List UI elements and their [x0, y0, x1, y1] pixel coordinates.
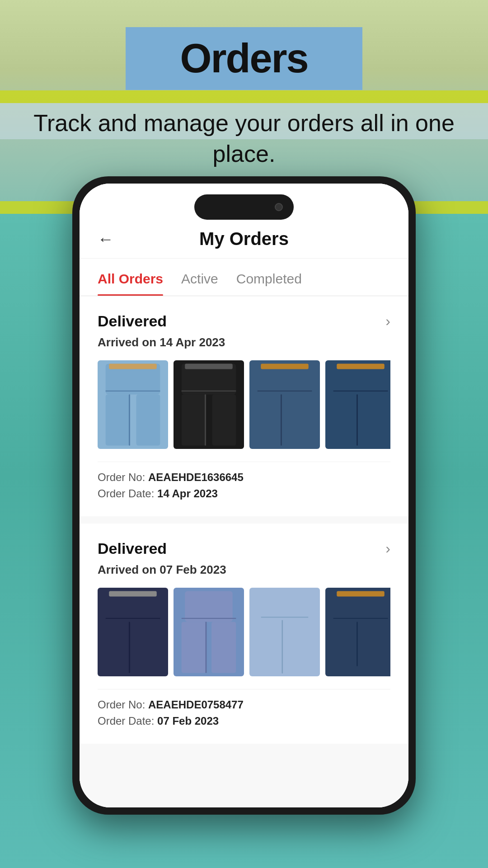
svg-rect-7 [182, 394, 206, 445]
tabs-container: All Orders Active Completed [80, 259, 408, 296]
product-image-2-2 [174, 588, 244, 676]
product-image-1-3 [249, 360, 320, 449]
phone-inner: ← My Orders All Orders Active Completed … [80, 184, 408, 807]
order-status-2: Delivered [98, 540, 167, 557]
screen-title: My Orders [199, 229, 289, 249]
product-image-2-1 [98, 588, 168, 676]
phone-screen: ← My Orders All Orders Active Completed … [80, 184, 408, 807]
back-button[interactable]: ← [98, 230, 114, 249]
svg-rect-26 [136, 622, 160, 673]
svg-rect-16 [261, 364, 309, 369]
order-images-1 [98, 360, 390, 449]
product-image-1-1 [98, 360, 168, 449]
order-card-1: Delivered › Arrived on 14 Apr 2023 [80, 296, 408, 516]
svg-rect-42 [337, 591, 385, 597]
page-subtitle: Track and manage your orders all in one … [0, 108, 488, 169]
camera-dot [275, 203, 283, 211]
svg-rect-13 [258, 394, 282, 445]
product-image-2-3 [249, 588, 320, 676]
svg-rect-25 [106, 622, 130, 673]
svg-rect-20 [364, 394, 388, 445]
svg-rect-8 [212, 394, 236, 445]
svg-rect-32 [211, 622, 236, 673]
phone-mockup: ← My Orders All Orders Active Completed … [72, 176, 416, 815]
product-image-1-2 [174, 360, 244, 449]
svg-rect-4 [109, 364, 157, 369]
order-date-2: Order Date: 07 Feb 2023 [98, 715, 390, 727]
order-meta-1: Order No: AEAEHDE1636645 Order Date: 14 … [98, 462, 390, 500]
tab-active[interactable]: Active [181, 259, 218, 296]
svg-rect-31 [182, 622, 206, 673]
orders-list: Delivered › Arrived on 14 Apr 2023 [80, 296, 408, 807]
product-image-2-4 [325, 588, 390, 676]
dynamic-island [194, 194, 294, 220]
svg-rect-2 [136, 394, 160, 445]
tab-completed[interactable]: Completed [236, 259, 302, 296]
phone-outer: ← My Orders All Orders Active Completed … [72, 176, 416, 815]
orders-title-box: Orders [126, 27, 362, 90]
order-header-2[interactable]: Delivered › [98, 540, 390, 557]
header-area: Orders Track and manage your orders all … [0, 27, 488, 169]
order-date-1: Order Date: 14 Apr 2023 [98, 487, 390, 500]
order-arrived-date-2: Arrived on 07 Feb 2023 [98, 563, 390, 577]
svg-rect-22 [337, 364, 385, 369]
svg-rect-19 [333, 394, 357, 445]
order-header-1[interactable]: Delivered › [98, 312, 390, 330]
order-images-2 [98, 588, 390, 676]
chevron-right-icon-1: › [385, 313, 390, 330]
svg-rect-35 [267, 591, 302, 620]
svg-rect-28 [109, 591, 157, 597]
order-meta-2: Order No: AEAEHDE0758477 Order Date: 07 … [98, 689, 390, 727]
tab-all-orders[interactable]: All Orders [98, 259, 163, 296]
chevron-right-icon-2: › [385, 540, 390, 557]
product-image-1-4 [325, 360, 390, 449]
svg-rect-10 [185, 364, 233, 369]
svg-rect-14 [288, 394, 312, 445]
svg-rect-30 [185, 591, 233, 622]
page-title: Orders [180, 35, 308, 82]
order-arrived-date-1: Arrived on 14 Apr 2023 [98, 335, 390, 349]
order-status-1: Delivered [98, 312, 167, 330]
svg-rect-1 [106, 394, 130, 445]
svg-rect-40 [364, 622, 388, 666]
order-number-2: Order No: AEAEHDE0758477 [98, 698, 390, 711]
order-number-1: Order No: AEAEHDE1636645 [98, 471, 390, 484]
svg-rect-39 [333, 622, 357, 666]
order-card-2: Delivered › Arrived on 07 Feb 2023 [80, 524, 408, 744]
